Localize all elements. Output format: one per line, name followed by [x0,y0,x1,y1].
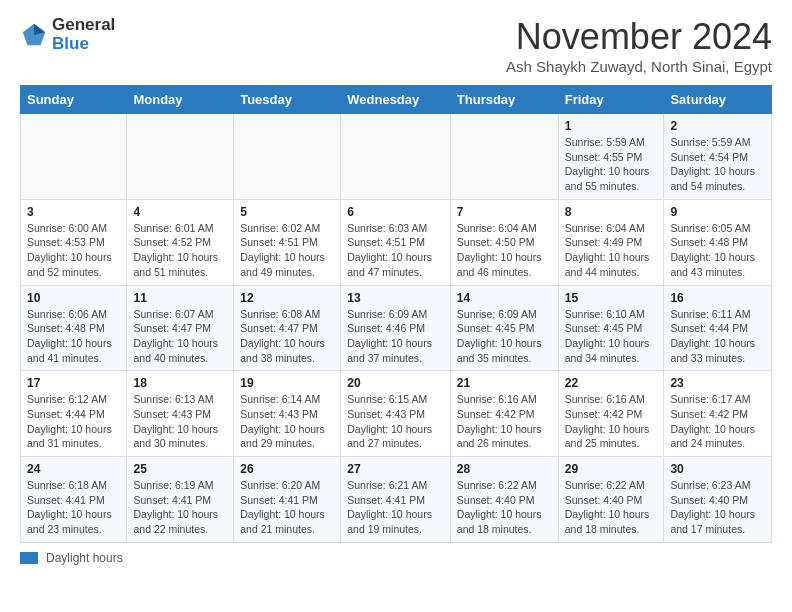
day-number: 21 [457,376,552,390]
day-number: 23 [670,376,765,390]
header: General Blue November 2024 Ash Shaykh Zu… [20,16,772,75]
calendar-cell: 16Sunrise: 6:11 AM Sunset: 4:44 PM Dayli… [664,285,772,371]
day-info: Sunrise: 6:11 AM Sunset: 4:44 PM Dayligh… [670,307,765,366]
day-number: 27 [347,462,444,476]
day-number: 17 [27,376,120,390]
day-number: 24 [27,462,120,476]
day-number: 4 [133,205,227,219]
day-number: 10 [27,291,120,305]
legend-label: Daylight hours [46,551,123,565]
day-number: 7 [457,205,552,219]
day-info: Sunrise: 5:59 AM Sunset: 4:55 PM Dayligh… [565,135,658,194]
calendar-week-row: 10Sunrise: 6:06 AM Sunset: 4:48 PM Dayli… [21,285,772,371]
calendar-cell: 8Sunrise: 6:04 AM Sunset: 4:49 PM Daylig… [558,199,664,285]
day-info: Sunrise: 6:15 AM Sunset: 4:43 PM Dayligh… [347,392,444,451]
logo-blue-text: Blue [52,35,115,54]
day-info: Sunrise: 6:03 AM Sunset: 4:51 PM Dayligh… [347,221,444,280]
day-number: 11 [133,291,227,305]
day-number: 28 [457,462,552,476]
title-area: November 2024 Ash Shaykh Zuwayd, North S… [506,16,772,75]
day-info: Sunrise: 6:18 AM Sunset: 4:41 PM Dayligh… [27,478,120,537]
calendar-cell [450,114,558,200]
calendar-cell: 10Sunrise: 6:06 AM Sunset: 4:48 PM Dayli… [21,285,127,371]
calendar-week-row: 24Sunrise: 6:18 AM Sunset: 4:41 PM Dayli… [21,457,772,543]
day-number: 14 [457,291,552,305]
calendar-table: SundayMondayTuesdayWednesdayThursdayFrid… [20,85,772,543]
calendar-cell: 6Sunrise: 6:03 AM Sunset: 4:51 PM Daylig… [341,199,451,285]
calendar-cell: 22Sunrise: 6:16 AM Sunset: 4:42 PM Dayli… [558,371,664,457]
day-info: Sunrise: 6:01 AM Sunset: 4:52 PM Dayligh… [133,221,227,280]
day-number: 6 [347,205,444,219]
calendar-cell: 2Sunrise: 5:59 AM Sunset: 4:54 PM Daylig… [664,114,772,200]
day-info: Sunrise: 6:09 AM Sunset: 4:45 PM Dayligh… [457,307,552,366]
day-info: Sunrise: 6:14 AM Sunset: 4:43 PM Dayligh… [240,392,334,451]
calendar-week-row: 17Sunrise: 6:12 AM Sunset: 4:44 PM Dayli… [21,371,772,457]
day-info: Sunrise: 6:06 AM Sunset: 4:48 PM Dayligh… [27,307,120,366]
calendar-cell: 18Sunrise: 6:13 AM Sunset: 4:43 PM Dayli… [127,371,234,457]
calendar-cell: 24Sunrise: 6:18 AM Sunset: 4:41 PM Dayli… [21,457,127,543]
weekday-header-monday: Monday [127,86,234,114]
calendar-week-row: 3Sunrise: 6:00 AM Sunset: 4:53 PM Daylig… [21,199,772,285]
calendar-cell: 30Sunrise: 6:23 AM Sunset: 4:40 PM Dayli… [664,457,772,543]
calendar-cell: 15Sunrise: 6:10 AM Sunset: 4:45 PM Dayli… [558,285,664,371]
day-number: 22 [565,376,658,390]
calendar-body: 1Sunrise: 5:59 AM Sunset: 4:55 PM Daylig… [21,114,772,543]
calendar-cell: 4Sunrise: 6:01 AM Sunset: 4:52 PM Daylig… [127,199,234,285]
day-info: Sunrise: 6:20 AM Sunset: 4:41 PM Dayligh… [240,478,334,537]
calendar-cell: 28Sunrise: 6:22 AM Sunset: 4:40 PM Dayli… [450,457,558,543]
calendar-cell: 1Sunrise: 5:59 AM Sunset: 4:55 PM Daylig… [558,114,664,200]
day-info: Sunrise: 6:10 AM Sunset: 4:45 PM Dayligh… [565,307,658,366]
calendar-cell: 11Sunrise: 6:07 AM Sunset: 4:47 PM Dayli… [127,285,234,371]
legend-area: Daylight hours [20,551,772,565]
calendar-cell: 20Sunrise: 6:15 AM Sunset: 4:43 PM Dayli… [341,371,451,457]
day-number: 18 [133,376,227,390]
day-info: Sunrise: 6:17 AM Sunset: 4:42 PM Dayligh… [670,392,765,451]
logo-text: General Blue [52,16,115,53]
day-number: 29 [565,462,658,476]
day-info: Sunrise: 6:05 AM Sunset: 4:48 PM Dayligh… [670,221,765,280]
calendar-cell: 21Sunrise: 6:16 AM Sunset: 4:42 PM Dayli… [450,371,558,457]
day-info: Sunrise: 6:23 AM Sunset: 4:40 PM Dayligh… [670,478,765,537]
day-info: Sunrise: 6:13 AM Sunset: 4:43 PM Dayligh… [133,392,227,451]
weekday-header-sunday: Sunday [21,86,127,114]
calendar-cell: 26Sunrise: 6:20 AM Sunset: 4:41 PM Dayli… [234,457,341,543]
day-info: Sunrise: 6:00 AM Sunset: 4:53 PM Dayligh… [27,221,120,280]
subtitle: Ash Shaykh Zuwayd, North Sinai, Egypt [506,58,772,75]
calendar-cell [234,114,341,200]
calendar-cell: 12Sunrise: 6:08 AM Sunset: 4:47 PM Dayli… [234,285,341,371]
day-info: Sunrise: 6:04 AM Sunset: 4:50 PM Dayligh… [457,221,552,280]
calendar-cell: 27Sunrise: 6:21 AM Sunset: 4:41 PM Dayli… [341,457,451,543]
calendar-cell [341,114,451,200]
calendar-cell: 25Sunrise: 6:19 AM Sunset: 4:41 PM Dayli… [127,457,234,543]
calendar-cell: 17Sunrise: 6:12 AM Sunset: 4:44 PM Dayli… [21,371,127,457]
day-number: 9 [670,205,765,219]
day-info: Sunrise: 6:08 AM Sunset: 4:47 PM Dayligh… [240,307,334,366]
month-title: November 2024 [506,16,772,58]
day-info: Sunrise: 5:59 AM Sunset: 4:54 PM Dayligh… [670,135,765,194]
day-number: 8 [565,205,658,219]
day-info: Sunrise: 6:22 AM Sunset: 4:40 PM Dayligh… [457,478,552,537]
day-number: 16 [670,291,765,305]
weekday-header-friday: Friday [558,86,664,114]
day-number: 13 [347,291,444,305]
day-info: Sunrise: 6:22 AM Sunset: 4:40 PM Dayligh… [565,478,658,537]
calendar-cell: 3Sunrise: 6:00 AM Sunset: 4:53 PM Daylig… [21,199,127,285]
day-info: Sunrise: 6:02 AM Sunset: 4:51 PM Dayligh… [240,221,334,280]
calendar-cell [21,114,127,200]
day-info: Sunrise: 6:04 AM Sunset: 4:49 PM Dayligh… [565,221,658,280]
calendar-cell: 23Sunrise: 6:17 AM Sunset: 4:42 PM Dayli… [664,371,772,457]
logo-general-text: General [52,16,115,35]
calendar-cell: 19Sunrise: 6:14 AM Sunset: 4:43 PM Dayli… [234,371,341,457]
calendar-cell: 5Sunrise: 6:02 AM Sunset: 4:51 PM Daylig… [234,199,341,285]
day-info: Sunrise: 6:21 AM Sunset: 4:41 PM Dayligh… [347,478,444,537]
day-number: 25 [133,462,227,476]
day-info: Sunrise: 6:12 AM Sunset: 4:44 PM Dayligh… [27,392,120,451]
day-info: Sunrise: 6:16 AM Sunset: 4:42 PM Dayligh… [457,392,552,451]
calendar-cell: 13Sunrise: 6:09 AM Sunset: 4:46 PM Dayli… [341,285,451,371]
calendar-cell: 29Sunrise: 6:22 AM Sunset: 4:40 PM Dayli… [558,457,664,543]
logo: General Blue [20,16,115,53]
weekday-header-thursday: Thursday [450,86,558,114]
weekday-header-tuesday: Tuesday [234,86,341,114]
weekday-row: SundayMondayTuesdayWednesdayThursdayFrid… [21,86,772,114]
day-number: 20 [347,376,444,390]
